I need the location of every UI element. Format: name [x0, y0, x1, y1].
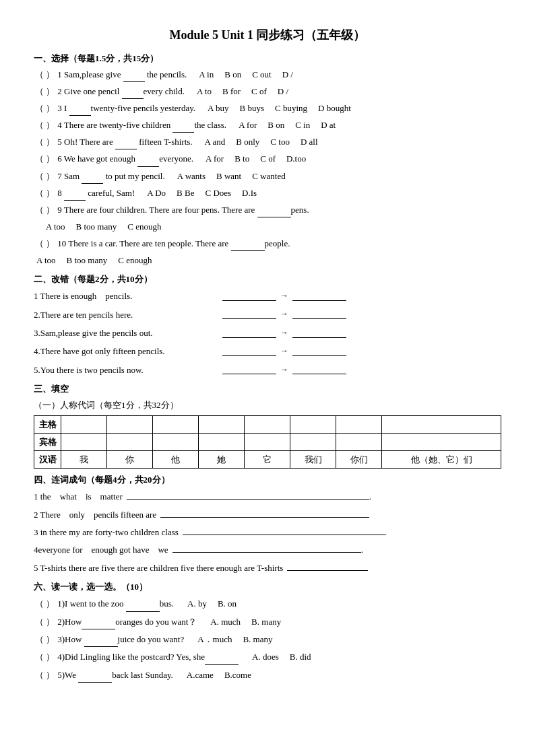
q3-line: （） 3 I twenty-five pencils yesterday. A … [34, 101, 501, 116]
corr-q2: 2.There are ten pencils here. → [34, 307, 501, 322]
q2-text: 2 Give one pencil every child. [55, 84, 185, 99]
q7-line: （） 7 Sam to put my pencil. A wantsB want… [34, 169, 501, 184]
pronoun-row-objective: 宾格 [34, 434, 501, 451]
q9-text: 9 There are four children. There are fou… [55, 203, 309, 217]
q8-line: （） 8 careful, Sam! A DoB BeC DoesD.Is [34, 186, 501, 201]
section2-header: 二、改错（每题2分，共10分） [34, 273, 501, 285]
section3-header: 三、填空 [34, 383, 501, 395]
q10-line: （） 10 There is a car. There are ten peop… [34, 236, 501, 251]
q2-line: （） 2 Give one pencil every child. A toB … [34, 84, 501, 99]
page-title: Module 5 Unit 1 同步练习（五年级） [34, 27, 501, 43]
q6-line: （） 6 We have got enough everyone. A forB… [34, 151, 501, 166]
section5-header: 六、读一读，选一选。（10） [34, 581, 501, 593]
read-q2: （） 2)Howoranges do you want？ A. muchB. m… [34, 614, 501, 629]
q1-paren: （ [34, 67, 44, 82]
read-q4: （） 4)Did Lingling like the postcard? Yes… [34, 649, 501, 664]
q9-options-line: A tooB too manyC enough [46, 219, 501, 234]
sent-order-q1: 1 the what is matter . [34, 489, 501, 504]
sent-order-q4: 4everyone for enough got have we . [34, 542, 501, 557]
section1-header: 一、选择（每题1.5分，共15分） [34, 53, 501, 65]
section3-sub-header: （一）人称代词（每空1分，共32分） [34, 398, 501, 413]
nominative-label: 主格 [34, 416, 61, 434]
chinese-label: 汉语 [34, 451, 61, 469]
corr-q4: 4.There have got only fifteen pencils. → [34, 343, 501, 359]
q5-line: （） 5 Oh! There are fifteen T-shirts. A a… [34, 135, 501, 149]
pronoun-row-chinese: 汉语 我 你 他 她 它 我们 你们 他（她、它）们 [34, 451, 501, 469]
q10-options-line: A tooB too manyC enough [36, 253, 501, 268]
correction-section: 1 There is enough pencils. → 2.There are… [34, 288, 501, 378]
read-q3: （） 3)How juice do you want? A．muchB. man… [34, 631, 501, 647]
objective-label: 宾格 [34, 434, 61, 451]
q4-line: （） 4 There are twenty-five children the … [34, 118, 501, 133]
corr-q1: 1 There is enough pencils. → [34, 288, 501, 304]
sent-order-q3: 3 in there my are forty-two children cla… [34, 524, 501, 540]
q1-text: 1 Sam,please give the pencils. [55, 67, 187, 82]
q1-paren2: ） [44, 67, 55, 82]
q6-text: 6 We have got enough everyone. [55, 151, 193, 166]
corr-q3: 3.Sam,please give the pencils out. → [34, 325, 501, 341]
pronoun-row-nominative: 主格 [34, 416, 501, 434]
q1-line: （ ） 1 Sam,please give the pencils. A inB… [34, 67, 501, 82]
sent-order-q2: 2 There only pencils fifteen are [34, 507, 501, 522]
q9-line: （） 9 There are four children. There are … [34, 203, 501, 217]
q7-text: 7 Sam to put my pencil. [55, 169, 165, 184]
q8-text: 8 careful, Sam! [55, 186, 135, 201]
read-q5: （） 5)We back last Sunday. A.cameB.come [34, 667, 501, 683]
corr-q5: 5.You there is two pencils now. → [34, 362, 501, 378]
pronoun-table: 主格 宾格 汉语 我 你 他 她 它 我们 你们 他（她、它）们 [34, 415, 501, 469]
q4-text: 4 There are twenty-five children the cla… [55, 118, 226, 133]
q10-text: 10 There is a car. There are ten people.… [55, 236, 290, 251]
section4-header: 四、连词成句（每题4分，共20分） [34, 474, 501, 486]
read-q1: （） 1)I went to the zoo bus. A. byB. on [34, 596, 501, 611]
q3-text: 3 I twenty-five pencils yesterday. [55, 101, 195, 116]
q1-options: A inB onC outD / [199, 67, 304, 82]
sent-order-q5: 5 T-shirts there are five there are chil… [34, 560, 501, 576]
q5-text: 5 Oh! There are fifteen T-shirts. [55, 135, 193, 149]
